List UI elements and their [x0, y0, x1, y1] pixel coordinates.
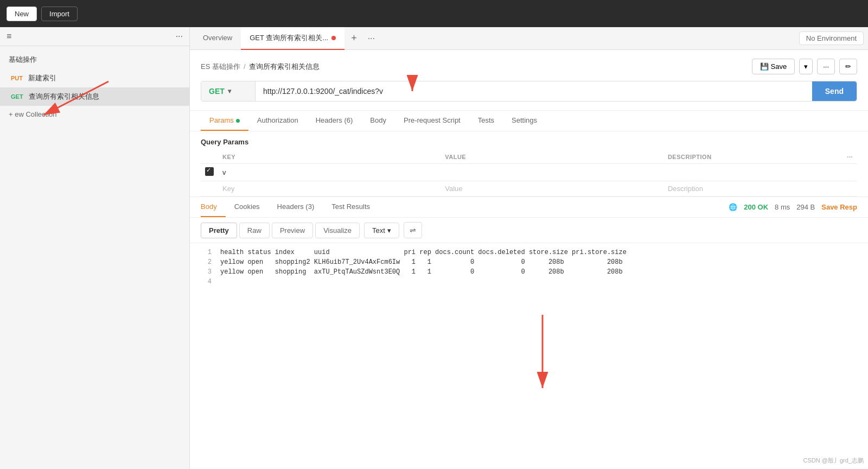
tab-more-button[interactable]: ··· — [363, 34, 379, 43]
line-num-4: 4 — [201, 278, 212, 286]
resp-line-2: 2 yellow open shopping2 KLH6uib7T_2Uv4Ax… — [201, 257, 857, 267]
sidebar: ≡ ··· 基础操作 PUT 新建索引 GET 查询所有索引相关信息 + ew … — [0, 27, 190, 469]
line-num-2: 2 — [201, 258, 212, 266]
tab-active[interactable]: GET 查询所有索引相关... — [241, 27, 344, 50]
edit-button[interactable]: ✏ — [839, 59, 857, 74]
param-key-placeholder[interactable]: Key — [222, 185, 234, 193]
new-button[interactable]: New — [7, 7, 37, 21]
sidebar-item-get[interactable]: GET 查询所有索引相关信息 — [0, 87, 189, 106]
table-row-empty: Key Value Description — [201, 181, 857, 197]
format-select-dropdown[interactable]: Text ▾ — [364, 223, 399, 238]
resp-tab-body[interactable]: Body — [201, 197, 226, 217]
save-response-button[interactable]: Save Resp — [821, 203, 857, 211]
line-content-3: yellow open shopping axTU_PtqTAuSZdWsnt3… — [220, 268, 623, 276]
tab-overview-label: Overview — [203, 34, 232, 42]
req-tab-tests-label: Tests — [478, 116, 494, 124]
method-label: GET — [209, 87, 225, 96]
req-tab-settings[interactable]: Settings — [503, 111, 546, 131]
sidebar-header: ≡ ··· — [0, 27, 189, 46]
method-get-badge: GET — [9, 93, 25, 100]
fmt-preview-button[interactable]: Preview — [272, 223, 313, 238]
req-tab-headers-label: Headers (6) — [316, 116, 353, 124]
tab-overview[interactable]: Overview — [194, 27, 241, 50]
req-tab-body[interactable]: Body — [361, 111, 395, 131]
table-row: v — [201, 164, 857, 181]
req-tab-settings-label: Settings — [512, 116, 537, 124]
save-label: Save — [771, 62, 787, 71]
line-content-1: health status index uuid pri rep docs.co… — [220, 249, 627, 256]
top-bar: New Import — [0, 0, 868, 27]
resp-line-1: 1 health status index uuid pri rep docs.… — [201, 248, 857, 257]
status-ok-badge: 200 OK — [744, 203, 768, 211]
req-tab-params-label: Params — [209, 116, 234, 124]
resp-tab-testresults[interactable]: Test Results — [323, 197, 379, 217]
send-button[interactable]: Send — [812, 81, 857, 101]
param-value-placeholder[interactable]: Value — [445, 185, 462, 193]
tab-add-button[interactable]: + — [344, 33, 363, 44]
breadcrumb: ES 基础操作 / 查询所有索引相关信息 💾 Save ▾ ··· ✏ — [201, 59, 857, 74]
sidebar-item-put[interactable]: PUT 新建索引 — [0, 69, 189, 87]
tab-active-dot — [331, 36, 336, 40]
req-tab-params[interactable]: Params — [201, 111, 248, 131]
resp-body: 1 health status index uuid pri rep docs.… — [190, 243, 868, 469]
save-button[interactable]: 💾 Save — [752, 59, 795, 74]
new-collection-item[interactable]: + ew Collection — [0, 106, 189, 123]
response-area: Body Cookies Headers (3) Test Results 🌐 … — [190, 197, 868, 469]
sidebar-content: 基础操作 PUT 新建索引 GET 查询所有索引相关信息 + ew Collec… — [0, 46, 189, 469]
save-icon: 💾 — [760, 62, 769, 71]
method-selector[interactable]: GET ▾ — [201, 81, 256, 101]
params-dot — [236, 119, 240, 123]
resp-format-bar: Pretty Raw Preview Visualize Text ▾ ⇌ — [190, 218, 868, 243]
col-more: ··· — [843, 150, 857, 164]
req-tabs: Params Authorization Headers (6) Body Pr… — [190, 111, 868, 131]
sidebar-section-title: 基础操作 — [0, 50, 189, 69]
col-value: VALUE — [441, 150, 663, 164]
params-table: KEY VALUE DESCRIPTION ··· v — [201, 150, 857, 197]
param-key-value[interactable]: v — [222, 168, 226, 176]
sidebar-put-label: 新建索引 — [28, 73, 56, 83]
req-tab-headers[interactable]: Headers (6) — [307, 111, 362, 131]
req-tab-tests[interactable]: Tests — [469, 111, 503, 131]
sidebar-more-icon[interactable]: ··· — [176, 31, 183, 41]
breadcrumb-current: 查询所有索引相关信息 — [249, 62, 320, 72]
fmt-raw-button[interactable]: Raw — [239, 223, 270, 238]
breadcrumb-separator: / — [244, 62, 246, 71]
col-key: KEY — [218, 150, 441, 164]
tabs-bar: Overview GET 查询所有索引相关... + ··· No Enviro… — [190, 27, 868, 50]
req-tab-auth-label: Authorization — [257, 116, 298, 124]
params-section: Query Params KEY VALUE DESCRIPTION ··· — [190, 131, 868, 197]
line-content-2: yellow open shopping2 KLH6uib7T_2Uv4AxFc… — [220, 258, 623, 266]
fmt-visualize-button[interactable]: Visualize — [315, 223, 360, 238]
req-tab-prerequest[interactable]: Pre-request Script — [395, 111, 469, 131]
wrap-icon-button[interactable]: ⇌ — [404, 222, 422, 238]
request-area: ES 基础操作 / 查询所有索引相关信息 💾 Save ▾ ··· ✏ — [190, 50, 868, 111]
sidebar-header-left: ≡ — [7, 31, 11, 41]
status-size: 294 B — [796, 203, 815, 211]
more-actions-button[interactable]: ··· — [817, 59, 835, 74]
save-dropdown-button[interactable]: ▾ — [799, 59, 813, 74]
req-tab-authorization[interactable]: Authorization — [248, 111, 307, 131]
col-description: DESCRIPTION — [663, 150, 843, 164]
sidebar-get-label: 查询所有索引相关信息 — [29, 92, 99, 102]
globe-icon: 🌐 — [729, 203, 737, 211]
tab-active-label: GET 查询所有索引相关... — [250, 33, 328, 43]
param-desc-placeholder[interactable]: Description — [668, 185, 703, 193]
resp-line-4: 4 — [201, 277, 857, 287]
hamburger-icon[interactable]: ≡ — [7, 31, 11, 41]
url-input[interactable] — [256, 81, 812, 101]
resp-status-bar: 🌐 200 OK 8 ms 294 B Save Resp — [729, 203, 857, 211]
breadcrumb-actions: 💾 Save ▾ ··· ✏ — [752, 59, 857, 74]
resp-tabs-bar: Body Cookies Headers (3) Test Results 🌐 … — [190, 197, 868, 218]
fmt-pretty-button[interactable]: Pretty — [201, 223, 237, 238]
environment-selector[interactable]: No Environment — [799, 31, 864, 45]
col-check — [201, 150, 218, 164]
resp-tab-cookies[interactable]: Cookies — [226, 197, 269, 217]
params-section-title: Query Params — [201, 131, 857, 150]
top-bar-left: New Import — [7, 7, 78, 21]
resp-tab-headers[interactable]: Headers (3) — [269, 197, 323, 217]
main-layout: ≡ ··· 基础操作 PUT 新建索引 GET 查询所有索引相关信息 + ew … — [0, 27, 868, 469]
format-select-label: Text — [372, 226, 385, 234]
import-button[interactable]: Import — [41, 7, 78, 21]
row-checkbox-checked[interactable] — [205, 167, 214, 176]
line-num-1: 1 — [201, 249, 212, 256]
